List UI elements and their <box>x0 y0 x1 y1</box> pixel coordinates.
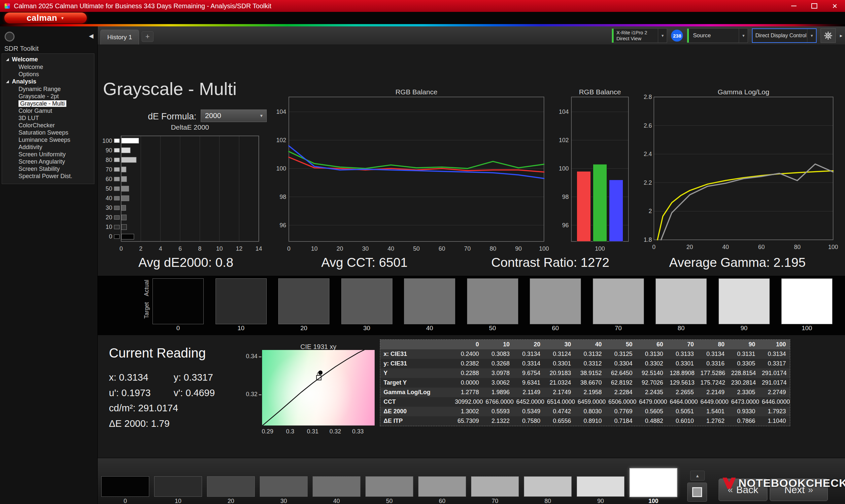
up-arrow-icon: ▲ <box>696 473 700 478</box>
sidebar-item-label: Dynamic Range <box>18 86 61 92</box>
tab-history-1[interactable]: History 1 <box>100 30 139 44</box>
axis-label-target: Target <box>143 302 150 319</box>
table-cell: 177.5286 <box>698 368 728 378</box>
sidebar-item-screen-angularity[interactable]: Screen Angularity <box>2 158 94 165</box>
table-cell: 9.6754 <box>514 368 544 378</box>
grayscale-swatch-50 <box>467 278 518 324</box>
level-patch-0[interactable] <box>101 476 149 497</box>
table-cell: 0.8910 <box>575 416 606 426</box>
cie-overlay <box>262 350 375 426</box>
table-cell: 2.2749 <box>759 388 790 397</box>
table-cell: 6452.0000 <box>514 397 544 407</box>
table-cell: 0.7769 <box>606 407 636 416</box>
level-patch-10[interactable] <box>154 476 202 497</box>
swatch-level-label: 20 <box>278 325 330 332</box>
level-patch-50[interactable] <box>365 476 413 497</box>
svg-text:2.8: 2.8 <box>644 94 652 100</box>
table-cell: 0.4742 <box>544 407 575 416</box>
table-row-label: y: CIE31 <box>380 359 452 368</box>
level-patch-60[interactable] <box>418 476 466 497</box>
table-cell: 2.2284 <box>606 388 636 397</box>
table-cell: 92.7026 <box>636 378 667 388</box>
level-patch-20[interactable] <box>207 476 255 497</box>
table-cell: 230.2814 <box>728 378 759 388</box>
table-cell: 0.3132 <box>575 349 606 359</box>
add-tab-button[interactable]: + <box>142 31 154 42</box>
table-cell: 0.8030 <box>575 407 606 416</box>
table-cell: 2.1149 <box>514 388 544 397</box>
title-bar: Calman 2025 Calman Ultimate for Business… <box>0 0 845 12</box>
svg-text:12: 12 <box>236 246 242 252</box>
level-patch-80[interactable] <box>524 476 572 497</box>
table-cell: 0.5051 <box>667 407 698 416</box>
grayscale-swatch-60 <box>530 278 581 324</box>
table-row-label: Gamma Log/Log <box>380 388 452 397</box>
swatch-band: Actual Target 0102030405060708090100 <box>98 276 845 335</box>
sidebar-item-options[interactable]: Options <box>2 71 94 78</box>
sidebar-item-screen-uniformity[interactable]: Screen Uniformity <box>2 151 94 158</box>
workflow-home-icon[interactable] <box>5 32 15 41</box>
table-cell: 0.3130 <box>636 349 667 359</box>
scroll-up-button[interactable]: ▲ <box>690 471 705 481</box>
sidebar-item-screen-stability[interactable]: Screen Stability <box>2 165 94 173</box>
table-cell: 175.7242 <box>698 378 728 388</box>
display-control-dropdown[interactable]: Direct Display Control ▼ <box>752 29 816 43</box>
expander-icon[interactable] <box>6 80 9 83</box>
cie-ytick-label: 0.34 <box>232 353 258 360</box>
svg-text:60: 60 <box>758 244 765 250</box>
meter-dropdown[interactable]: X-Rite i1Pro 2 Direct View ▼ <box>612 29 667 43</box>
sidebar-item-colorchecker[interactable]: ColorChecker <box>2 122 94 129</box>
svg-text:2: 2 <box>649 208 652 214</box>
table-cell: 0.2288 <box>452 368 483 378</box>
settings-button[interactable] <box>821 29 836 43</box>
sidebar-collapse-icon[interactable]: ◀ <box>89 32 93 40</box>
sidebar-item-label: Color Gamut <box>18 108 52 114</box>
pattern-window-button[interactable] <box>687 483 707 502</box>
sidebar-item-label: Options <box>18 71 39 77</box>
level-patch-100[interactable] <box>630 468 677 497</box>
sidebar-item-label: Additivity <box>18 144 42 150</box>
sidebar-item-luminance-sweeps[interactable]: Luminance Sweeps <box>2 136 94 143</box>
table-cell: 0.3314 <box>514 359 544 368</box>
sidebar-item-label: Saturation Sweeps <box>18 129 68 136</box>
panel-expand-icon[interactable]: ▸ <box>840 33 842 39</box>
tree-group-analysis[interactable]: Analysis <box>2 78 94 86</box>
close-button[interactable]: × <box>825 0 845 12</box>
watermark-text: NOTEBOOKCHECK <box>738 476 845 489</box>
page-title: Grayscale - Multi <box>103 78 237 99</box>
cie-xtick-label: 0.3 <box>280 428 300 435</box>
table-cell: 1.1040 <box>759 416 790 426</box>
sidebar-item-3d-lut[interactable]: 3D LUT <box>2 114 94 122</box>
swatch-level-label: 0 <box>153 325 204 332</box>
calman-logo[interactable]: calman ▼ <box>4 13 87 23</box>
table-cell: 2.1322 <box>483 416 514 426</box>
table-cell: 6464.0000 <box>667 397 698 407</box>
svg-text:100: 100 <box>102 138 112 144</box>
level-patch-90[interactable] <box>577 476 624 497</box>
svg-text:70: 70 <box>106 166 112 173</box>
table-cell: 0.3304 <box>606 359 636 368</box>
patch-level-label: 100 <box>630 498 677 504</box>
patch-level-label: 60 <box>418 498 466 504</box>
sidebar-item-grayscale-2pt[interactable]: Grayscale - 2pt <box>2 93 94 100</box>
level-patch-30[interactable] <box>260 476 307 497</box>
level-patch-70[interactable] <box>471 476 519 497</box>
sidebar-item-additivity[interactable]: Additivity <box>2 143 94 151</box>
sidebar-item-spectral-power-dist-[interactable]: Spectral Power Dist. <box>2 173 94 180</box>
table-row: Y0.22883.09789.675420.918338.915262.6450… <box>380 368 790 378</box>
sidebar-item-grayscale-multi[interactable]: Grayscale - Multi <box>2 100 94 107</box>
sidebar-item-color-gamut[interactable]: Color Gamut <box>2 107 94 114</box>
window-title: Calman 2025 Calman Ultimate for Business… <box>14 2 271 10</box>
cie-ytick-mark <box>259 395 261 395</box>
tree-group-welcome[interactable]: Welcome <box>2 56 94 63</box>
level-patch-40[interactable] <box>313 476 360 497</box>
sidebar-item-welcome[interactable]: Welcome <box>2 63 94 71</box>
expander-icon[interactable] <box>6 58 9 61</box>
maximize-button[interactable] <box>804 0 825 12</box>
sidebar-item-dynamic-range[interactable]: Dynamic Range <box>2 86 94 93</box>
sidebar-item-saturation-sweeps[interactable]: Saturation Sweeps <box>2 129 94 136</box>
grayscale-swatch-20 <box>278 278 330 324</box>
source-dropdown[interactable]: Source ▼ <box>687 29 748 43</box>
minimize-button[interactable] <box>784 0 804 12</box>
table-cell: 6506.0000 <box>606 397 636 407</box>
